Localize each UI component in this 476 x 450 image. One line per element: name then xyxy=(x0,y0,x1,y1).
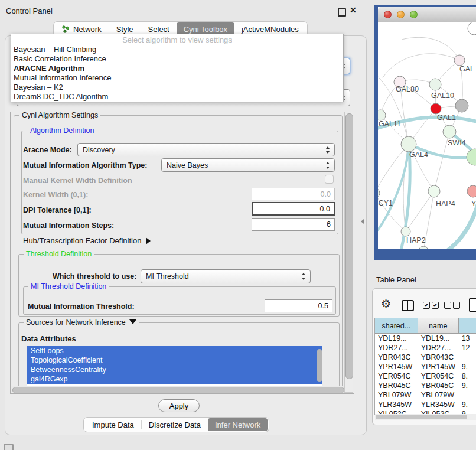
mi-type-combobox[interactable]: Naive Bayes xyxy=(161,158,335,172)
network-node[interactable] xyxy=(455,99,468,112)
float-window-icon[interactable] xyxy=(338,8,346,17)
network-node[interactable] xyxy=(401,227,410,236)
dropdown-placeholder: Select algorithm to view settings xyxy=(11,34,343,45)
sources-group-label[interactable]: Sources for Network Inference xyxy=(24,318,139,327)
sources-title: Sources for Network Inference xyxy=(26,318,126,327)
table-cell: 13 xyxy=(459,334,476,343)
algorithm-option[interactable]: Basic Correlation Inference xyxy=(11,54,343,64)
bottom-corner-icon[interactable] xyxy=(4,444,14,450)
table-horizontal-scrollbar-thumb[interactable] xyxy=(376,415,467,419)
network-graph-canvas[interactable]: GALGAL80GAL10GAL1GAL11SWI4GAL4GCY1HAP4YH… xyxy=(378,22,476,252)
algorithm-option[interactable]: Bayesian – Hill Climbing xyxy=(11,45,343,54)
aracne-mode-label: Aracne Mode: xyxy=(23,146,72,154)
gear-icon[interactable]: ⚙ xyxy=(381,297,391,311)
table-cell: YPR145W xyxy=(418,362,459,371)
bottom-tab-infer-network[interactable]: Infer Network xyxy=(208,418,268,431)
table-cell: YBR043C xyxy=(375,353,418,362)
table-row[interactable]: YLR345WYLR345W9. xyxy=(375,400,476,409)
algorithm-option[interactable]: ARACNE Algorithm xyxy=(11,64,343,73)
aracne-mode-combobox[interactable]: Discovery xyxy=(77,143,335,156)
list-scrollbar-thumb[interactable] xyxy=(317,349,322,382)
collapse-down-icon xyxy=(129,319,136,324)
control-panel-title: Control Panel xyxy=(6,6,53,15)
table-row[interactable]: YBR045CYBR045C9. xyxy=(375,381,476,390)
cyni-bottom-tab-bar: Impute DataDiscretize DataInfer Network xyxy=(83,417,269,432)
table-column-header[interactable] xyxy=(459,318,476,333)
mi-type-value: Naive Bayes xyxy=(167,161,208,169)
network-node-label: GAL11 xyxy=(379,120,401,128)
settings-scroll-area: Cyni Algorithm Settings Algorithm Defini… xyxy=(10,112,354,394)
network-node[interactable] xyxy=(428,185,440,197)
minimize-window-button[interactable] xyxy=(397,11,405,18)
table-cell xyxy=(459,390,476,400)
close-icon[interactable]: ✕ xyxy=(350,5,357,15)
hub-definition-expander[interactable]: Hub/Transcription Factor Definition xyxy=(23,236,151,245)
table-cell: YDR27... xyxy=(375,343,418,353)
mi-threshold-label: Mutual Information Threshold: xyxy=(28,302,135,311)
deselect-all-columns-icon[interactable] xyxy=(444,302,460,309)
network-node[interactable] xyxy=(454,55,465,66)
network-node[interactable] xyxy=(429,79,441,90)
bottom-tab-discretize-data[interactable]: Discretize Data xyxy=(142,418,208,432)
network-node-label: GAL1 xyxy=(437,113,456,122)
network-node[interactable] xyxy=(467,149,476,165)
close-window-button[interactable] xyxy=(384,11,392,18)
which-threshold-value: MI Threshold xyxy=(146,272,189,281)
table-cell: YBL079W xyxy=(418,390,459,400)
table-column-header[interactable]: name xyxy=(418,318,459,333)
settings-horizontal-scrollbar-thumb[interactable] xyxy=(12,387,344,393)
mi-threshold-input[interactable]: 0.5 xyxy=(265,299,332,312)
table-column-header[interactable]: shared... xyxy=(375,318,418,333)
mi-threshold-value: 0.5 xyxy=(318,302,328,310)
kernel-width-input[interactable]: 0.0 xyxy=(252,188,335,200)
expand-right-icon xyxy=(146,237,151,244)
settings-vertical-scrollbar-thumb[interactable] xyxy=(345,113,353,379)
network-node[interactable] xyxy=(468,22,476,35)
table-row[interactable]: YBL079WYBL079W xyxy=(375,390,476,400)
algorithm-option[interactable]: Mutual Information Inference xyxy=(11,73,343,83)
network-node-label: GAL80 xyxy=(396,85,419,93)
attribute-list-item[interactable]: SelfLoops xyxy=(27,346,322,356)
attribute-list-item[interactable]: TopologicalCoefficient xyxy=(27,356,322,365)
which-threshold-combobox[interactable]: MI Threshold xyxy=(141,269,311,283)
network-view-window[interactable]: GALGAL80GAL10GAL1GAL11SWI4GAL4GCY1HAP4YH… xyxy=(374,5,476,252)
table-cell: YER054C xyxy=(418,371,459,381)
table-row[interactable]: YDR27...YDR27...12 xyxy=(375,343,476,353)
select-all-columns-icon[interactable]: ✔✔ xyxy=(423,302,439,309)
algorithm-option[interactable]: Bayesian – K2 xyxy=(11,83,343,92)
data-attributes-label: Data Attributes xyxy=(21,334,76,343)
network-node[interactable] xyxy=(378,188,380,198)
network-node[interactable] xyxy=(443,125,456,138)
network-node[interactable] xyxy=(431,103,441,114)
panel-splitter-handle[interactable] xyxy=(361,219,364,224)
table-row[interactable]: YBR043CYBR043C xyxy=(375,353,476,362)
table-row[interactable]: YPR145WYPR145W9. xyxy=(375,362,476,371)
table-row[interactable]: YER054CYER054C8. xyxy=(375,371,476,381)
network-node[interactable] xyxy=(401,136,416,152)
network-node[interactable] xyxy=(378,110,386,120)
data-attributes-list[interactable]: SelfLoopsTopologicalCoefficientBetweenne… xyxy=(27,346,322,386)
network-edge-highlighted[interactable] xyxy=(378,144,409,237)
columns-icon[interactable] xyxy=(402,300,414,311)
hub-definition-label: Hub/Transcription Factor Definition xyxy=(23,236,141,245)
attribute-list-item[interactable]: BetweennessCentrality xyxy=(27,365,322,374)
network-window-titlebar[interactable] xyxy=(378,7,476,22)
network-node-label: GAL10 xyxy=(431,92,454,100)
kernel-width-value: 0.0 xyxy=(321,190,331,198)
algorithm-option[interactable]: Dream8 DC_TDC Algorithm xyxy=(11,92,343,102)
zoom-window-button[interactable] xyxy=(410,11,418,18)
network-node[interactable] xyxy=(467,185,476,197)
bottom-tab-impute-data[interactable]: Impute Data xyxy=(85,418,141,432)
attribute-list-item[interactable]: gal4RGexp xyxy=(27,374,322,384)
network-edge[interactable] xyxy=(383,54,459,78)
dpi-tolerance-input[interactable]: 0.0 xyxy=(252,202,335,216)
network-icon xyxy=(62,25,70,33)
mi-steps-input[interactable]: 6 xyxy=(252,218,335,231)
document-icon[interactable] xyxy=(469,298,476,312)
kernel-width-label: Kernel Width (0,1): xyxy=(23,191,88,199)
table-row[interactable]: YDL19...YDL19...13 xyxy=(375,334,476,343)
node-attribute-table: shared...name YDL19...YDL19...13YDR27...… xyxy=(374,318,476,415)
table-header-row: shared...name xyxy=(375,318,476,334)
manual-kernel-checkbox[interactable] xyxy=(325,175,334,184)
apply-button[interactable]: Apply xyxy=(158,399,200,412)
